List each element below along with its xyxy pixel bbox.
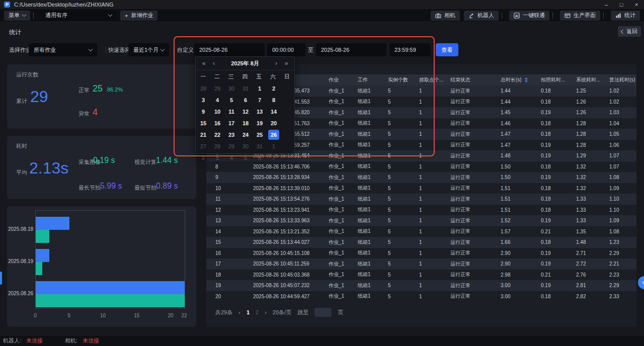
table-row[interactable]: 112025-08-26 15:13:54.276作业_1纸箱151运行正常1.… bbox=[206, 194, 636, 205]
abnormal-label: 异常 bbox=[78, 110, 90, 118]
table-row[interactable]: 202025-08-26 10:44:59.427作业_1纸箱151运行正常3.… bbox=[206, 291, 636, 302]
table-row[interactable]: 102025-08-26 15:13:39.010作业_1纸箱151运行正常1.… bbox=[206, 183, 636, 194]
table-row[interactable]: 92025-08-26 15:13:28.934作业_1纸箱151运行正常1.5… bbox=[206, 172, 636, 183]
calendar-month-title[interactable]: 2025年 8月 bbox=[221, 60, 269, 67]
calendar-day[interactable]: 28 bbox=[210, 140, 224, 152]
calendar-day[interactable]: 1 bbox=[253, 82, 267, 94]
next-year-button[interactable]: » bbox=[283, 60, 289, 67]
calendar-day[interactable]: 6 bbox=[238, 94, 253, 106]
calendar-day[interactable]: 3 bbox=[210, 152, 224, 163]
job-select[interactable]: 所有作业 bbox=[29, 43, 97, 56]
table-row[interactable]: 122025-08-26 15:13:23.941作业_1纸箱151运行正常1.… bbox=[206, 205, 636, 216]
calendar-day[interactable]: 29 bbox=[224, 140, 238, 152]
calendar-day[interactable]: 26 bbox=[267, 129, 281, 140]
calendar-day[interactable]: 4 bbox=[210, 94, 224, 106]
calendar-day[interactable]: 27 bbox=[196, 140, 210, 152]
back-button[interactable]: 返回 bbox=[618, 26, 641, 37]
calendar-day[interactable]: 23 bbox=[224, 129, 238, 140]
minimize-button[interactable]: – bbox=[599, 0, 614, 9]
calendar-day[interactable]: 11 bbox=[224, 106, 238, 117]
page-2-button[interactable]: 2 bbox=[256, 309, 259, 315]
end-time-input[interactable] bbox=[389, 43, 431, 56]
menu-dropdown[interactable]: 菜单 bbox=[4, 11, 30, 21]
calendar-day[interactable]: 15 bbox=[196, 117, 210, 129]
quick-select[interactable]: 最近1个月 bbox=[128, 43, 169, 56]
calendar-day[interactable]: 6 bbox=[253, 152, 267, 163]
calendar-day[interactable]: 2 bbox=[267, 82, 281, 94]
table-cell: 纸箱1 bbox=[351, 141, 381, 148]
calendar-day[interactable]: 3 bbox=[196, 94, 210, 106]
robot-button[interactable]: 机器人 bbox=[464, 11, 499, 21]
table-row[interactable]: 192025-08-26 10:45:07.232作业_1纸箱151运行正常3.… bbox=[206, 280, 636, 291]
calendar-day[interactable]: 20 bbox=[267, 117, 281, 129]
table-cell: 运行正常 bbox=[444, 163, 494, 170]
next-page-button[interactable]: › bbox=[265, 309, 267, 315]
new-job-button[interactable]: + 新增作业 bbox=[120, 11, 157, 21]
calendar-day[interactable]: 16 bbox=[210, 117, 224, 129]
production-view-button[interactable]: 生产界面 bbox=[560, 11, 600, 21]
calendar-weekday: 四 bbox=[238, 70, 252, 82]
table-row[interactable]: 172025-08-26 10:45:11.259作业_1纸箱151运行正常2.… bbox=[206, 258, 636, 270]
calendar-day[interactable]: 25 bbox=[253, 129, 267, 140]
table-cell: 运行正常 bbox=[444, 228, 494, 235]
calendar-day[interactable]: 5 bbox=[238, 152, 253, 163]
calendar-weekday: 五 bbox=[252, 70, 266, 82]
end-date-input[interactable] bbox=[316, 43, 386, 56]
calendar-day[interactable]: 2 bbox=[196, 152, 210, 163]
calendar-day[interactable]: 31 bbox=[253, 140, 267, 152]
camera-button[interactable]: 相机 bbox=[431, 11, 460, 21]
table-cell: 5 bbox=[381, 153, 413, 158]
table-row[interactable]: 152025-08-26 15:13:44.027作业_1纸箱151运行正常1.… bbox=[206, 237, 636, 248]
table-row[interactable]: 182025-08-26 10:45:03.368作业_1纸箱151运行正常2.… bbox=[206, 270, 636, 281]
next-month-button[interactable]: › bbox=[273, 60, 279, 67]
calendar-day[interactable]: 10 bbox=[210, 106, 224, 117]
page-1-button[interactable]: 1 bbox=[247, 309, 250, 315]
one-key-connect-button[interactable]: AI 一键联通 bbox=[509, 11, 549, 21]
calendar-day[interactable]: 7 bbox=[253, 94, 267, 106]
calendar-day[interactable]: 12 bbox=[238, 106, 253, 117]
normal-label: 正常 bbox=[78, 86, 90, 94]
calendar-day[interactable]: 4 bbox=[224, 152, 238, 163]
calendar-weekday: 一 bbox=[196, 70, 210, 82]
maximize-button[interactable]: □ bbox=[614, 0, 629, 9]
stats-button[interactable]: 统计 bbox=[611, 11, 640, 21]
left-edge-tab[interactable] bbox=[0, 272, 2, 285]
calendar-day[interactable]: 24 bbox=[238, 129, 253, 140]
table-cell: 1 bbox=[413, 207, 444, 213]
calendar-day[interactable]: 9 bbox=[196, 106, 210, 117]
calendar-day[interactable]: 5 bbox=[224, 94, 238, 106]
table-row[interactable]: 142025-08-26 15:13:21.352作业_1纸箱151运行正常1.… bbox=[206, 226, 636, 237]
table-cell: 1 bbox=[413, 272, 444, 278]
sort-carets-icon[interactable] bbox=[525, 77, 528, 82]
calendar-day[interactable]: 31 bbox=[238, 82, 253, 94]
calendar-day[interactable]: 30 bbox=[238, 140, 253, 152]
calendar-day[interactable]: 30 bbox=[224, 82, 238, 94]
start-time-input[interactable] bbox=[267, 43, 305, 56]
table-column-header[interactable]: 总时长(s) bbox=[494, 76, 534, 83]
collapse-panel-button[interactable] bbox=[638, 276, 644, 289]
calendar-day[interactable]: 21 bbox=[196, 129, 210, 140]
mode-select[interactable]: 通用有序 bbox=[41, 11, 116, 21]
close-button[interactable]: × bbox=[629, 0, 644, 9]
jump-page-input[interactable] bbox=[314, 308, 332, 317]
calendar-day[interactable]: 7 bbox=[267, 152, 281, 163]
table-row[interactable]: 132025-08-26 15:13:33.963作业_1纸箱151运行正常1.… bbox=[206, 215, 636, 226]
calendar-day[interactable]: 28 bbox=[196, 82, 210, 94]
calendar-day[interactable]: 22 bbox=[210, 129, 224, 140]
table-cell: 纸箱1 bbox=[351, 206, 381, 213]
calendar-day[interactable]: 13 bbox=[253, 106, 267, 117]
start-date-input[interactable] bbox=[194, 43, 265, 56]
calendar-day[interactable]: 17 bbox=[224, 117, 238, 129]
view-button[interactable]: 查看 bbox=[436, 43, 458, 56]
calendar-day[interactable]: 14 bbox=[267, 106, 281, 117]
table-row[interactable]: 162025-08-26 10:45:15.108作业_1纸箱151运行正常2.… bbox=[206, 248, 636, 259]
calendar-day[interactable]: 29 bbox=[210, 82, 224, 94]
table-cell: 纸箱1 bbox=[351, 120, 381, 127]
prev-month-button[interactable]: ‹ bbox=[211, 60, 217, 67]
prev-year-button[interactable]: « bbox=[201, 60, 207, 67]
calendar-day[interactable]: 8 bbox=[267, 94, 281, 106]
prev-page-button[interactable]: ‹ bbox=[238, 309, 240, 315]
calendar-day[interactable]: 19 bbox=[253, 117, 267, 129]
calendar-day[interactable]: 1 bbox=[267, 140, 281, 152]
calendar-day[interactable]: 18 bbox=[238, 117, 253, 129]
